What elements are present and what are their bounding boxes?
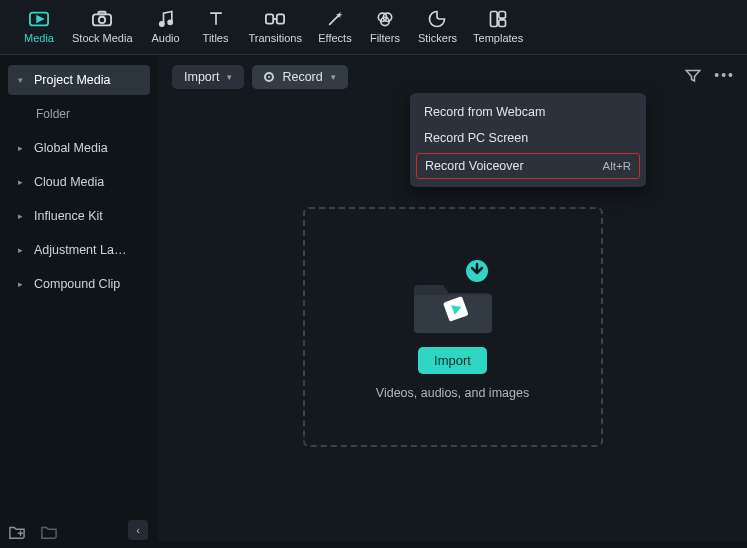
nav-label: Media: [24, 32, 54, 44]
nav-templates[interactable]: Templates: [465, 6, 531, 46]
sticker-icon: [425, 8, 449, 30]
nav-label: Audio: [151, 32, 179, 44]
chevron-right-icon: ▸: [18, 279, 28, 289]
nav-stock-media[interactable]: Stock Media: [64, 6, 141, 46]
record-dropdown-button[interactable]: Record ▾: [252, 65, 347, 89]
filters-icon: [373, 8, 397, 30]
dropzone-hint: Videos, audios, and images: [376, 386, 529, 400]
svg-rect-8: [277, 14, 284, 23]
nav-label: Stickers: [418, 32, 457, 44]
svg-rect-12: [491, 12, 498, 27]
nav-label: Stock Media: [72, 32, 133, 44]
menu-label: Record from Webcam: [424, 105, 545, 119]
record-menu: Record from Webcam Record PC Screen Reco…: [410, 93, 646, 187]
media-icon: [27, 8, 51, 30]
svg-rect-7: [266, 14, 273, 23]
nav-label: Filters: [370, 32, 400, 44]
menu-shortcut: Alt+R: [603, 160, 631, 172]
music-icon: [154, 8, 178, 30]
sidebar-item-label: Global Media: [34, 141, 108, 155]
menu-record-pc-screen[interactable]: Record PC Screen: [410, 125, 646, 151]
camera-icon: [90, 8, 114, 30]
nav-filters[interactable]: Filters: [360, 6, 410, 46]
sidebar-bottom-tools: [8, 524, 58, 540]
menu-record-webcam[interactable]: Record from Webcam: [410, 99, 646, 125]
nav-audio[interactable]: Audio: [141, 6, 191, 46]
menu-label: Record PC Screen: [424, 131, 528, 145]
sidebar-item-project-media[interactable]: ▾ Project Media: [8, 65, 150, 95]
import-dropdown-button[interactable]: Import ▾: [172, 65, 244, 89]
svg-point-3: [99, 17, 105, 23]
sidebar-item-cloud-media[interactable]: ▸ Cloud Media: [8, 167, 150, 197]
toolbar-right: •••: [684, 67, 735, 86]
record-icon: [264, 72, 274, 82]
transitions-icon: [263, 8, 287, 30]
nav-effects[interactable]: Effects: [310, 6, 360, 46]
nav-label: Effects: [318, 32, 351, 44]
sidebar-item-adjustment-layer[interactable]: ▸ Adjustment La…: [8, 235, 150, 265]
media-dropzone[interactable]: Import Videos, audios, and images: [303, 207, 603, 447]
sidebar-item-global-media[interactable]: ▸ Global Media: [8, 133, 150, 163]
chevron-right-icon: ▸: [18, 211, 28, 221]
sidebar: ▾ Project Media Folder ▸ Global Media ▸ …: [0, 55, 158, 541]
nav-label: Templates: [473, 32, 523, 44]
content-toolbar: Import ▾ Record ▾: [158, 55, 747, 89]
chevron-right-icon: ▸: [18, 143, 28, 153]
templates-icon: [486, 8, 510, 30]
nav-label: Transitions: [249, 32, 302, 44]
svg-rect-13: [499, 12, 506, 19]
chevron-down-icon: ▾: [331, 72, 336, 82]
import-button[interactable]: Import: [418, 347, 487, 374]
wand-icon: [323, 8, 347, 30]
nav-titles[interactable]: Titles: [191, 6, 241, 46]
sidebar-item-label: Compound Clip: [34, 277, 120, 291]
text-icon: [204, 8, 228, 30]
sidebar-item-label: Folder: [36, 107, 70, 121]
top-nav: Media Stock Media Audio Titles Transitio…: [0, 0, 747, 55]
import-label: Import: [184, 70, 219, 84]
new-folder-icon[interactable]: [8, 524, 26, 540]
svg-point-5: [159, 22, 163, 26]
sidebar-item-influence-kit[interactable]: ▸ Influence Kit: [8, 201, 150, 231]
nav-label: Titles: [203, 32, 229, 44]
svg-marker-1: [37, 16, 42, 21]
nav-transitions[interactable]: Transitions: [241, 6, 310, 46]
sidebar-item-label: Adjustment La…: [34, 243, 126, 257]
nav-media[interactable]: Media: [14, 6, 64, 46]
record-label: Record: [282, 70, 322, 84]
chevron-right-icon: ▸: [18, 245, 28, 255]
folder-illustration: [403, 255, 503, 335]
sidebar-item-label: Influence Kit: [34, 209, 103, 223]
filter-icon[interactable]: [684, 67, 702, 86]
content-area: Import ▾ Record ▾ ••• Record from Webcam…: [158, 55, 747, 541]
svg-rect-14: [499, 20, 506, 27]
chevron-right-icon: ▸: [18, 177, 28, 187]
sidebar-item-compound-clip[interactable]: ▸ Compound Clip: [8, 269, 150, 299]
nav-stickers[interactable]: Stickers: [410, 6, 465, 46]
menu-label: Record Voiceover: [425, 159, 524, 173]
svg-point-6: [168, 20, 172, 24]
chevron-left-icon: ‹: [136, 524, 140, 536]
folder-icon[interactable]: [40, 524, 58, 540]
chevron-down-icon: ▾: [18, 75, 28, 85]
chevron-down-icon: ▾: [227, 72, 232, 82]
sidebar-item-label: Project Media: [34, 73, 110, 87]
svg-rect-4: [99, 12, 106, 15]
sidebar-item-folder[interactable]: Folder: [8, 99, 150, 129]
collapse-sidebar-button[interactable]: ‹: [128, 520, 148, 540]
menu-record-voiceover[interactable]: Record Voiceover Alt+R: [416, 153, 640, 179]
more-icon[interactable]: •••: [714, 67, 735, 86]
sidebar-item-label: Cloud Media: [34, 175, 104, 189]
